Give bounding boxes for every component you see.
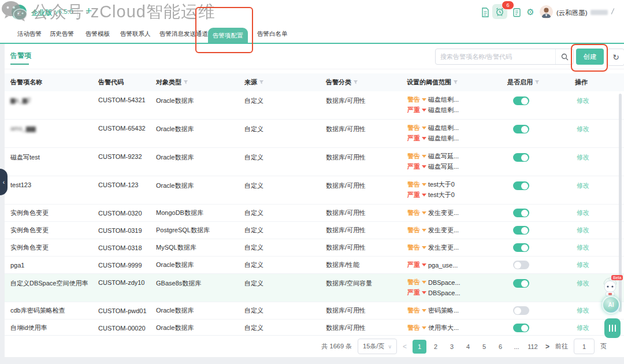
threshold-text: pga_use...	[428, 262, 458, 269]
enable-toggle[interactable]	[513, 226, 529, 235]
edit-link[interactable]: 修改	[577, 261, 589, 269]
edit-link[interactable]: 修改	[577, 125, 589, 133]
filter-icon[interactable]	[453, 79, 458, 86]
table-row: 实例角色变更CUSTOM-0319PostgreSQL数据库自定义数据库/可用性…	[5, 222, 624, 239]
threshold-line: 严重磁盘组剩...	[407, 134, 459, 143]
tab-1[interactable]: 活动告警	[17, 24, 42, 43]
cell-enabled	[513, 205, 529, 221]
chevron-down-icon[interactable]	[422, 291, 426, 294]
edit-link[interactable]: 修改	[577, 324, 589, 332]
header-4[interactable]: 来源	[244, 73, 264, 91]
threshold-level: 严重	[407, 162, 420, 171]
filter-icon[interactable]	[183, 79, 188, 86]
enable-toggle[interactable]	[513, 181, 529, 190]
chevron-down-icon[interactable]	[422, 137, 426, 140]
goto-page-input[interactable]	[574, 339, 595, 354]
cell-name: 实例角色变更	[10, 222, 96, 239]
tab-5[interactable]: 告警消息发送通道	[159, 24, 208, 43]
enable-toggle[interactable]	[513, 261, 529, 269]
table-row: 磁盘写testCUSTOM-9232Oracle数据库自定义数据库/可用性警告磁…	[5, 148, 624, 176]
enable-toggle[interactable]	[513, 209, 529, 217]
header-7[interactable]: 是否启用	[507, 73, 540, 91]
refresh-button[interactable]: ↻	[607, 49, 624, 66]
edit-link[interactable]: 修改	[577, 306, 589, 315]
enable-toggle[interactable]	[513, 153, 529, 162]
enable-toggle[interactable]	[513, 96, 529, 105]
header-label: 设置的阈值范围	[407, 78, 451, 87]
search-icon[interactable]	[555, 49, 573, 64]
enable-toggle[interactable]	[513, 279, 529, 288]
tab-7[interactable]: 告警白名单	[257, 24, 288, 43]
chevron-down-icon[interactable]	[422, 326, 426, 329]
version-label: v6.5.0	[55, 8, 73, 15]
edit-link[interactable]: 修改	[577, 153, 589, 162]
chevron-down-icon[interactable]	[422, 263, 426, 266]
edit-link[interactable]: 修改	[577, 181, 589, 190]
page-button-6[interactable]: 6	[493, 340, 507, 354]
chevron-down-icon[interactable]	[422, 127, 426, 129]
page-button-4[interactable]: 4	[461, 340, 475, 354]
cell-thresholds: 警告发生变更...	[407, 205, 459, 221]
chevron-down-icon[interactable]	[422, 246, 426, 249]
edit-link[interactable]: 修改	[577, 243, 589, 252]
ai-bubble-button[interactable]: AI	[602, 296, 620, 314]
chevron-down-icon[interactable]	[422, 229, 426, 232]
document-icon[interactable]	[480, 6, 491, 18]
enable-toggle[interactable]	[513, 306, 529, 315]
edit-link[interactable]: 修改	[577, 226, 589, 235]
next-page-button[interactable]: >	[545, 343, 549, 351]
subtab-alert-items[interactable]: 告警项	[10, 51, 31, 61]
edit-link[interactable]: 修改	[577, 209, 589, 217]
cell-action: 修改	[577, 302, 589, 319]
chevron-down-icon[interactable]	[422, 211, 426, 214]
chevron-down-icon: ∨	[388, 344, 392, 350]
enable-toggle[interactable]	[513, 125, 529, 133]
tab-4[interactable]: 告警联系人	[120, 24, 151, 43]
page-button-112[interactable]: 112	[526, 340, 540, 354]
edit-link[interactable]: 修改	[577, 279, 589, 288]
filter-icon[interactable]	[259, 79, 264, 86]
header-6[interactable]: 设置的阈值范围	[407, 73, 458, 91]
chevron-down-icon[interactable]	[422, 281, 426, 284]
toggle-knob	[514, 307, 521, 314]
cell-code: CUSTOM-0318	[98, 239, 142, 256]
filter-icon[interactable]	[534, 79, 540, 86]
tab-3[interactable]: 告警模板	[86, 24, 110, 43]
page-button-5[interactable]: 5	[477, 340, 491, 354]
cell-thresholds: 警告密码策略...	[407, 302, 459, 319]
sidebar-collapse-handle[interactable]: ‹	[0, 169, 8, 195]
chevron-down-icon[interactable]	[422, 109, 426, 112]
cell-name: 实例角色变更	[10, 205, 96, 221]
chevron-down-icon[interactable]	[422, 155, 426, 158]
search-box[interactable]	[435, 49, 574, 65]
enable-toggle[interactable]	[513, 243, 529, 252]
chevron-down-icon[interactable]	[422, 309, 426, 312]
chevron-down-icon[interactable]	[422, 98, 426, 101]
header-5[interactable]: 告警分类	[326, 73, 358, 91]
tab-2[interactable]: 历史告警	[50, 24, 74, 43]
threshold-level: 严重	[407, 106, 420, 114]
add-tab-button[interactable]: +	[86, 5, 92, 17]
page-button-2[interactable]: 2	[429, 340, 443, 354]
threshold-text: 磁盘组剩...	[428, 134, 459, 143]
threshold-level: 严重	[407, 261, 420, 269]
threshold-level: 严重	[407, 288, 420, 297]
chevron-down-icon[interactable]	[422, 165, 426, 168]
avatar[interactable]	[540, 5, 553, 18]
drawer-toggle-button[interactable]	[604, 318, 621, 338]
page-size-select[interactable]: 15条/页∨	[358, 339, 397, 354]
tab-6[interactable]: 告警项配置	[208, 28, 248, 43]
create-button[interactable]: 创建	[576, 49, 604, 65]
enable-toggle[interactable]	[513, 324, 529, 332]
filter-icon[interactable]	[353, 79, 358, 86]
gear-icon[interactable]: ⚙	[525, 6, 536, 18]
page-button-1[interactable]: 1	[413, 340, 426, 354]
chevron-down-icon[interactable]	[422, 183, 426, 186]
page-button-3[interactable]: 3	[445, 340, 459, 354]
prev-page-button[interactable]: <	[403, 343, 407, 351]
search-input[interactable]	[436, 53, 555, 60]
chevron-down-icon[interactable]	[422, 194, 426, 196]
header-3[interactable]: 对象类型	[156, 73, 188, 91]
clipboard-icon[interactable]	[511, 6, 522, 18]
edit-link[interactable]: 修改	[577, 96, 589, 105]
